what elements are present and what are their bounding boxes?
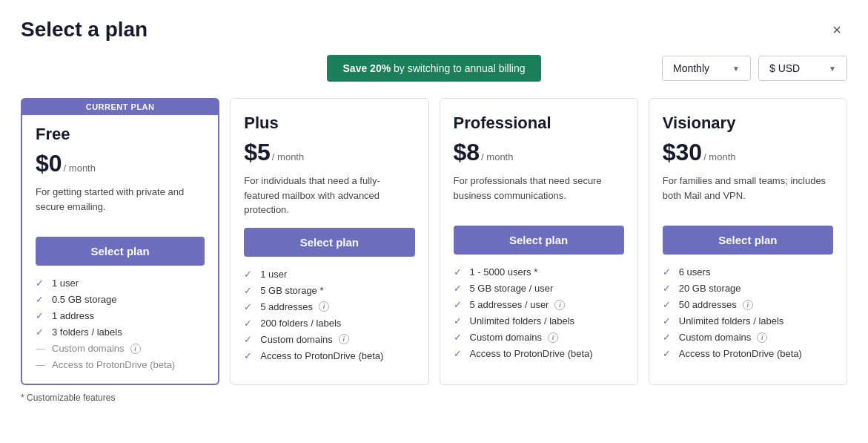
save-banner: Save 20% by switching to annual billing [327, 55, 542, 82]
feature-text: Access to ProtonDrive (beta) [679, 348, 802, 359]
feature-text: Custom domains [679, 332, 752, 343]
currency-label: $ USD [769, 62, 800, 74]
select-plan-button-plus[interactable]: Select plan [244, 228, 414, 257]
check-icon: ✓ [663, 332, 673, 343]
check-icon: ✓ [454, 348, 464, 359]
feature-item: ✓ 6 users [663, 266, 833, 278]
check-icon: ✓ [36, 278, 46, 289]
footnote: * Customizable features [21, 393, 847, 403]
feature-item: — Custom domains i [36, 343, 205, 354]
price-amount-free: $0 [36, 150, 62, 177]
check-icon: ✓ [244, 334, 254, 345]
save-banner-rest: by switching to annual billing [391, 62, 525, 74]
feature-item: ✓ Access to ProtonDrive (beta) [244, 350, 414, 361]
features-list-visionary: ✓ 6 users ✓ 20 GB storage ✓ 50 addresses… [663, 266, 833, 359]
price-amount-plus: $5 [244, 139, 271, 166]
select-plan-button-professional[interactable]: Select plan [454, 226, 624, 255]
feature-text: Custom domains [52, 343, 125, 354]
close-button[interactable]: × [826, 19, 847, 40]
info-icon[interactable]: i [339, 334, 349, 344]
feature-item: ✓ 20 GB storage [663, 283, 833, 294]
plan-card-visionary: Visionary $30 / month For families and s… [649, 98, 847, 385]
feature-item: — Access to ProtonDrive (beta) [36, 359, 205, 370]
feature-text: Access to ProtonDrive (beta) [260, 350, 383, 361]
feature-item: ✓ Custom domains i [454, 332, 624, 343]
chevron-down-icon: ▼ [829, 65, 836, 73]
price-period-free: / month [64, 163, 96, 174]
plan-desc-free: For getting started with private and sec… [36, 185, 205, 226]
info-icon[interactable]: i [319, 301, 329, 312]
info-icon[interactable]: i [548, 332, 558, 343]
feature-item: ✓ 5 addresses i [244, 301, 414, 312]
feature-text: 5 GB storage * [260, 285, 323, 296]
feature-item: ✓ 0.5 GB storage [36, 294, 205, 305]
feature-text: Custom domains [470, 332, 543, 343]
info-icon[interactable]: i [554, 300, 565, 310]
plan-card-free: CURRENT PLANFree $0 / month For getting … [21, 98, 219, 385]
plans-grid: CURRENT PLANFree $0 / month For getting … [21, 98, 847, 385]
feature-item: ✓ Unlimited folders / labels [454, 315, 624, 326]
plan-name-professional: Professional [454, 114, 624, 133]
info-icon[interactable]: i [743, 300, 753, 310]
plan-price-visionary: $30 / month [663, 139, 833, 166]
feature-item: ✓ 3 folders / labels [36, 326, 205, 338]
currency-dropdown[interactable]: $ USD ▼ [758, 56, 847, 81]
feature-item: ✓ 1 user [36, 278, 205, 289]
plan-name-free: Free [36, 125, 205, 144]
feature-text: 0.5 GB storage [52, 294, 116, 305]
select-plan-button-visionary[interactable]: Select plan [663, 226, 833, 255]
check-icon: ✓ [663, 315, 673, 326]
plan-desc-visionary: For families and small teams; includes b… [663, 174, 833, 215]
feature-item: ✓ Custom domains i [663, 332, 833, 343]
feature-item: ✓ Custom domains i [244, 334, 414, 345]
feature-text: 6 users [679, 266, 711, 278]
top-bar: Save 20% by switching to annual billing … [21, 55, 847, 82]
plan-card-plus: Plus $5 / month For individuals that nee… [230, 98, 428, 385]
feature-text: Unlimited folders / labels [470, 315, 575, 326]
feature-item: ✓ 1 user [244, 269, 414, 280]
feature-text: 3 folders / labels [52, 326, 122, 338]
info-icon[interactable]: i [130, 344, 141, 354]
plan-price-free: $0 / month [36, 150, 205, 177]
feature-item: ✓ 1 address [36, 310, 205, 321]
feature-item: ✓ 5 GB storage * [244, 285, 414, 296]
feature-text: 50 addresses [679, 299, 737, 310]
current-plan-badge: CURRENT PLAN [21, 99, 219, 115]
feature-text: Access to ProtonDrive (beta) [470, 348, 593, 359]
check-icon: ✓ [663, 299, 673, 310]
feature-item: ✓ 5 addresses / user i [454, 299, 624, 310]
modal: Select a plan × Save 20% by switching to… [0, 0, 868, 443]
feature-text: Custom domains [260, 334, 333, 345]
feature-text: Unlimited folders / labels [679, 315, 784, 326]
feature-item: ✓ 50 addresses i [663, 299, 833, 310]
check-icon: ✓ [36, 326, 46, 338]
feature-text: Access to ProtonDrive (beta) [52, 359, 175, 370]
check-icon: ✓ [244, 269, 254, 280]
check-icon: ✓ [663, 348, 673, 359]
feature-text: 20 GB storage [679, 283, 741, 294]
page-title: Select a plan [21, 18, 148, 42]
check-icon: ✓ [454, 332, 464, 343]
feature-item: ✓ 200 folders / labels [244, 318, 414, 329]
feature-text: 5 GB storage / user [470, 283, 554, 294]
check-icon: ✓ [244, 301, 254, 312]
billing-period-dropdown[interactable]: Monthly ▼ [662, 56, 751, 81]
check-icon: ✓ [244, 350, 254, 361]
feature-item: ✓ 5 GB storage / user [454, 283, 624, 294]
features-list-free: ✓ 1 user ✓ 0.5 GB storage ✓ 1 address ✓ … [36, 278, 205, 370]
plan-price-plus: $5 / month [244, 139, 414, 166]
billing-period-label: Monthly [673, 62, 709, 74]
price-amount-visionary: $30 [663, 139, 702, 166]
price-amount-professional: $8 [454, 139, 480, 166]
feature-item: ✓ 1 - 5000 users * [454, 266, 624, 278]
dash-icon: — [36, 343, 46, 354]
check-icon: ✓ [36, 294, 46, 305]
plan-card-professional: Professional $8 / month For professional… [440, 98, 638, 385]
modal-header: Select a plan × [21, 18, 847, 42]
plan-price-professional: $8 / month [454, 139, 624, 166]
select-plan-button-free[interactable]: Select plan [36, 237, 205, 266]
feature-text: 1 address [52, 310, 94, 321]
plan-desc-plus: For individuals that need a fully-featur… [244, 174, 414, 217]
feature-item: ✓ Access to ProtonDrive (beta) [663, 348, 833, 359]
info-icon[interactable]: i [757, 332, 767, 343]
